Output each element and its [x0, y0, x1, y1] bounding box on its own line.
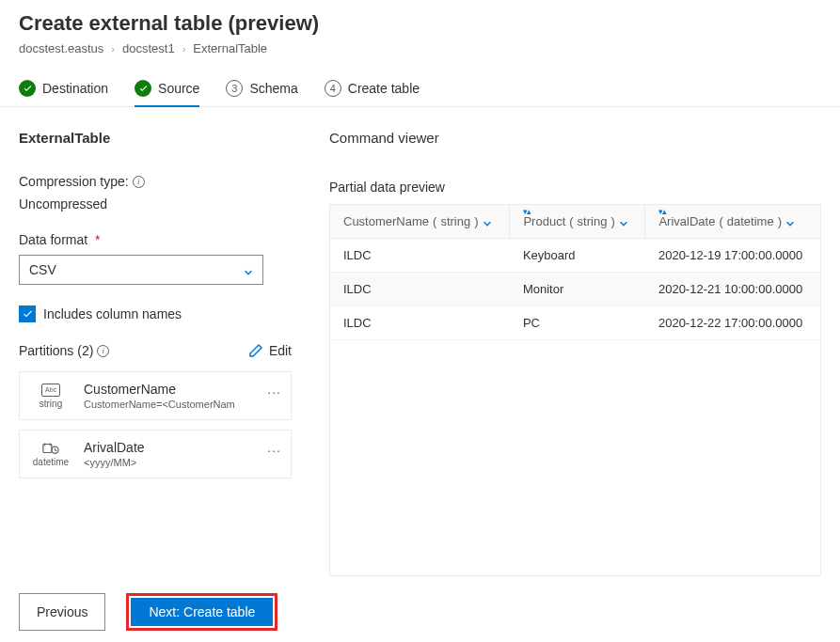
- breadcrumb: docstest.eastus › docstest1 › ExternalTa…: [19, 41, 821, 55]
- wizard-steps: Destination Source 3 Schema 4 Create tab…: [0, 72, 840, 107]
- cell: ILDC: [330, 306, 510, 340]
- step-label: Destination: [42, 81, 108, 96]
- cell: ILDC: [330, 273, 510, 306]
- svg-line-5: [55, 449, 57, 450]
- chevron-down-icon: [785, 217, 795, 227]
- table-row: ILDC Keyboard 2020-12-19 17:00:00.0000: [330, 239, 820, 273]
- table-name-title: ExternalTable: [19, 130, 292, 146]
- step-label: Source: [158, 81, 199, 96]
- column-header[interactable]: ▾▴ Product (string): [510, 205, 645, 239]
- partitions-label: Partitions (2) i: [19, 343, 109, 358]
- check-icon: [135, 80, 151, 97]
- chevron-down-icon: [619, 217, 628, 227]
- breadcrumb-item[interactable]: ExternalTable: [193, 41, 267, 55]
- datetime-type-icon: [41, 442, 60, 455]
- type-label: datetime: [33, 457, 69, 467]
- sort-indicator-icon: ▾▴: [523, 207, 531, 216]
- breadcrumb-item[interactable]: docstest.eastus: [19, 41, 103, 55]
- chevron-down-icon: [483, 217, 492, 227]
- data-format-label: Data format *: [19, 232, 292, 247]
- chevron-right-icon: ›: [182, 43, 186, 55]
- info-icon[interactable]: i: [97, 345, 109, 357]
- partition-pattern: <yyyy/MM>: [84, 457, 279, 468]
- data-format-select[interactable]: CSV: [19, 255, 263, 285]
- edit-partitions-link[interactable]: Edit: [248, 343, 292, 358]
- column-header[interactable]: ▾▴ ArivalDate (datetime): [645, 205, 820, 239]
- string-type-icon: Abc: [41, 384, 60, 397]
- check-icon: [22, 308, 34, 321]
- compression-value: Uncompressed: [19, 196, 292, 211]
- cell: 2020-12-19 17:00:00.0000: [645, 239, 820, 273]
- step-destination[interactable]: Destination: [19, 72, 108, 106]
- type-label: string: [40, 399, 62, 409]
- table-row: ILDC PC 2020-12-22 17:00:00.0000: [330, 306, 820, 340]
- step-schema[interactable]: 3 Schema: [226, 72, 297, 106]
- cell: PC: [510, 306, 645, 340]
- table-row: ILDC Monitor 2020-12-21 10:00:00.0000: [330, 273, 820, 306]
- highlight-annotation: Next: Create table: [126, 593, 277, 631]
- more-icon[interactable]: ...: [267, 382, 281, 397]
- command-viewer-label: Command viewer: [329, 130, 821, 146]
- column-header[interactable]: CustomerName (string): [330, 205, 510, 239]
- partition-name: CustomerName: [84, 382, 279, 397]
- previous-button[interactable]: Previous: [19, 593, 105, 631]
- cell: Keyboard: [510, 239, 645, 273]
- cell: ILDC: [330, 239, 510, 273]
- partition-item: Abc string CustomerName CustomerName=<Cu…: [19, 371, 292, 420]
- sort-indicator-icon: ▾▴: [658, 207, 666, 216]
- includes-column-names-checkbox[interactable]: [19, 305, 36, 322]
- breadcrumb-item[interactable]: docstest1: [122, 41, 175, 55]
- checkbox-label: Includes column names: [43, 306, 182, 321]
- page-title: Create external table (preview): [19, 11, 821, 36]
- preview-label: Partial data preview: [329, 180, 821, 195]
- step-label: Create table: [348, 81, 420, 96]
- chevron-down-icon: [244, 265, 253, 274]
- partition-pattern: CustomerName=<CustomerNam: [84, 399, 279, 410]
- more-icon[interactable]: ...: [267, 440, 281, 455]
- chevron-right-icon: ›: [111, 43, 115, 55]
- preview-table: CustomerName (string) ▾▴ Product (string…: [329, 204, 821, 576]
- step-label: Schema: [249, 81, 297, 96]
- cell: 2020-12-21 10:00:00.0000: [645, 273, 820, 306]
- cell: 2020-12-22 17:00:00.0000: [645, 306, 820, 340]
- partition-name: ArivalDate: [84, 440, 279, 455]
- partition-item: datetime ArivalDate <yyyy/MM> ...: [19, 430, 292, 478]
- compression-label: Compression type: i: [19, 174, 292, 189]
- step-create-table[interactable]: 4 Create table: [325, 72, 420, 106]
- pencil-icon: [248, 343, 263, 358]
- cell: Monitor: [510, 273, 645, 306]
- step-number-icon: 3: [226, 80, 243, 97]
- step-source[interactable]: Source: [135, 72, 199, 106]
- info-icon[interactable]: i: [133, 176, 145, 188]
- select-value: CSV: [29, 262, 56, 277]
- step-number-icon: 4: [325, 80, 341, 97]
- next-create-table-button[interactable]: Next: Create table: [131, 598, 273, 626]
- check-icon: [19, 80, 36, 97]
